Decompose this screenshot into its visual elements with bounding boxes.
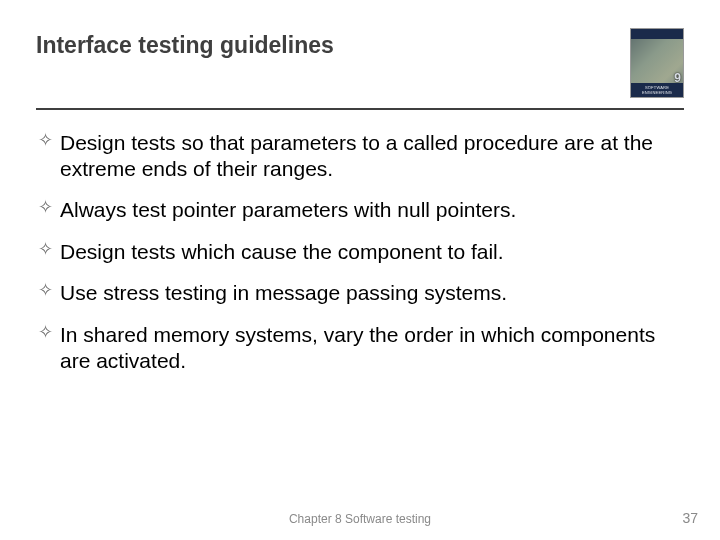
bullet-item: ✧ Design tests which cause the component… bbox=[38, 239, 684, 265]
slide-title: Interface testing guidelines bbox=[36, 28, 334, 59]
footer-chapter-label: Chapter 8 Software testing bbox=[0, 512, 720, 526]
bullet-text: Design tests so that parameters to a cal… bbox=[60, 131, 653, 180]
bullet-text: In shared memory systems, vary the order… bbox=[60, 323, 655, 372]
header-divider bbox=[36, 108, 684, 110]
slide-number: 37 bbox=[682, 510, 698, 526]
bullet-item: ✧ Design tests so that parameters to a c… bbox=[38, 130, 684, 181]
diamond-bullet-icon: ✧ bbox=[38, 239, 53, 261]
bullet-text: Use stress testing in message passing sy… bbox=[60, 281, 507, 304]
diamond-bullet-icon: ✧ bbox=[38, 130, 53, 152]
slide-header: Interface testing guidelines 9 bbox=[36, 28, 684, 108]
slide: Interface testing guidelines 9 ✧ Design … bbox=[0, 0, 720, 540]
bullet-item: ✧ Use stress testing in message passing … bbox=[38, 280, 684, 306]
book-edition-number: 9 bbox=[674, 71, 681, 85]
book-cover-image: 9 bbox=[630, 28, 684, 98]
bullet-text: Always test pointer parameters with null… bbox=[60, 198, 516, 221]
diamond-bullet-icon: ✧ bbox=[38, 197, 53, 219]
diamond-bullet-icon: ✧ bbox=[38, 280, 53, 302]
bullet-item: ✧ Always test pointer parameters with nu… bbox=[38, 197, 684, 223]
bullet-list: ✧ Design tests so that parameters to a c… bbox=[36, 130, 684, 373]
bullet-item: ✧ In shared memory systems, vary the ord… bbox=[38, 322, 684, 373]
diamond-bullet-icon: ✧ bbox=[38, 322, 53, 344]
bullet-text: Design tests which cause the component t… bbox=[60, 240, 504, 263]
